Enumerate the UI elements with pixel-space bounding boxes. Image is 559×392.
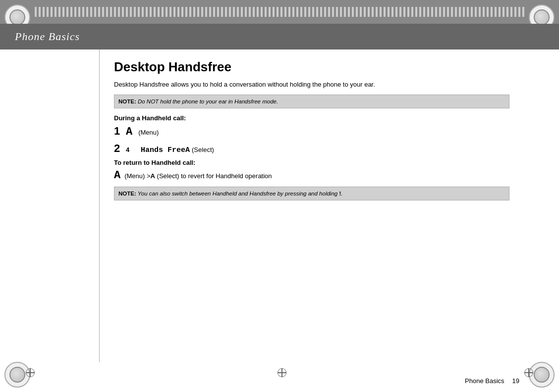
top-bar	[0, 0, 559, 24]
step2-sub: 4	[126, 146, 138, 153]
note1-label: NOTE:	[118, 98, 136, 104]
note2-text: You can also switch between Handheld and…	[136, 191, 337, 196]
step2-key: Hands FreeA	[141, 146, 190, 154]
page-footer: Phone Basics 19	[0, 377, 559, 385]
note2-end: .	[341, 191, 342, 196]
step2-action: (Select)	[192, 146, 214, 153]
footer-page-number: 19	[512, 377, 519, 385]
chapter-title: Phone Basics	[15, 30, 80, 43]
step2-number: 2	[114, 142, 126, 155]
note-box-2: NOTE: You can also switch between Handhe…	[114, 187, 509, 200]
reg-mark-bl	[26, 368, 35, 377]
return-text-post: (Select) to revert for Handheld operatio…	[157, 172, 272, 180]
step-1: 1 A (Menu)	[114, 125, 509, 138]
return-step: A (Menu) >A (Select) to revert for Handh…	[114, 169, 509, 182]
footer-chapter-label: Phone Basics	[465, 377, 504, 385]
return-key2: A	[151, 172, 155, 180]
step1-action: (Menu)	[138, 129, 159, 136]
note-box-1: NOTE: Do NOT hold the phone to your ear …	[114, 95, 509, 108]
top-bar-pattern	[35, 7, 524, 17]
main-content: Desktop Handsfree Desktop Handsfree allo…	[99, 49, 519, 362]
section-description: Desktop Handsfree allows you to hold a c…	[114, 80, 509, 90]
reg-mark-br	[524, 368, 533, 377]
note1-text: Do NOT hold the phone to your ear in Han…	[136, 98, 278, 104]
return-key: A	[114, 169, 120, 182]
section-title: Desktop Handsfree	[114, 59, 509, 75]
note2-label: NOTE:	[118, 191, 136, 196]
reg-mark-bm	[278, 368, 286, 377]
return-text: (Menu) >A (Select) to revert for Handhel…	[124, 172, 272, 180]
return-text-pre: (Menu) >	[124, 172, 150, 180]
chapter-header: Phone Basics	[0, 24, 559, 49]
return-heading: To return to Handheld call:	[114, 159, 509, 166]
step1-number: 1	[114, 125, 126, 138]
step1-key: A	[126, 126, 132, 138]
step-2: 2 4 Hands FreeA (Select)	[114, 142, 509, 155]
handheld-heading: During a Handheld call:	[114, 114, 509, 122]
